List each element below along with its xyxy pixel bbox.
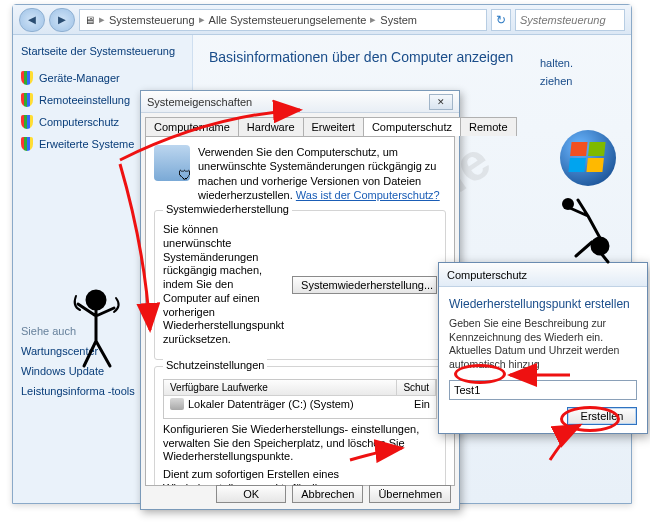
- restore-point-dialog: Computerschutz Wiederherstellungspunkt e…: [438, 262, 648, 434]
- breadcrumb-item[interactable]: System: [380, 14, 417, 26]
- dialog-heading: Wiederherstellungspunkt erstellen: [449, 297, 637, 311]
- tab-panel: Verwenden Sie den Computerschutz, um une…: [145, 136, 455, 486]
- breadcrumb-item[interactable]: Systemsteuerung: [109, 14, 195, 26]
- toolbar: ◄ ► 🖥 ▸ Systemsteuerung ▸ Alle Systemste…: [13, 5, 631, 35]
- shield-icon: [21, 115, 33, 129]
- svg-point-0: [87, 291, 105, 309]
- tab-hardware[interactable]: Hardware: [238, 117, 304, 136]
- group-settings: Schutzeinstellungen Verfügbare Laufwerke…: [154, 366, 446, 486]
- back-button[interactable]: ◄: [19, 8, 45, 32]
- sidebar-title: Startseite der Systemsteuerung: [21, 45, 184, 57]
- config-text: Konfigurieren Sie Wiederherstellungs- ei…: [163, 423, 437, 464]
- breadcrumb[interactable]: 🖥 ▸ Systemsteuerung ▸ Alle Systemsteueru…: [79, 9, 487, 31]
- search-input[interactable]: [515, 9, 625, 31]
- dialog-titlebar: Systemeigenschaften ✕: [141, 91, 459, 113]
- right-link-column: halten. ziehen: [540, 54, 630, 90]
- group-restore: Systemwiederherstellung Sie können unerw…: [154, 210, 446, 360]
- restore-text: Sie können unerwünschte Systemänderungen…: [163, 223, 284, 347]
- cancel-button[interactable]: Abbrechen: [292, 485, 363, 503]
- system-properties-dialog: Systemeigenschaften ✕ Computername Hardw…: [140, 90, 460, 510]
- tab-remote[interactable]: Remote: [460, 117, 517, 136]
- intro-text: Verwenden Sie den Computerschutz, um une…: [198, 145, 446, 202]
- drive-icon: [170, 398, 184, 410]
- sidebar-item-device-manager[interactable]: Geräte-Manager: [21, 67, 184, 89]
- right-link[interactable]: ziehen: [540, 72, 630, 90]
- create-button[interactable]: Erstellen: [567, 407, 637, 425]
- windows-logo: [560, 130, 616, 186]
- ok-button[interactable]: OK: [216, 485, 286, 503]
- create-text: Dient zum sofortigen Erstellen eines Wie…: [163, 468, 359, 486]
- stick-figure-icon: [66, 286, 126, 376]
- dialog-title: Computerschutz: [447, 269, 527, 281]
- tab-bar: Computername Hardware Erweitert Computer…: [141, 113, 459, 136]
- drive-list[interactable]: Verfügbare Laufwerke Schut Lokaler Daten…: [163, 379, 437, 419]
- tab-computername[interactable]: Computername: [145, 117, 239, 136]
- tab-computerschutz[interactable]: Computerschutz: [363, 117, 461, 136]
- svg-point-2: [562, 198, 574, 210]
- breadcrumb-item[interactable]: Alle Systemsteuerungselemente: [209, 14, 367, 26]
- apply-button[interactable]: Übernehmen: [369, 485, 451, 503]
- shield-monitor-icon: [154, 145, 190, 181]
- drive-row[interactable]: Lokaler Datenträger (C:) (System) Ein: [164, 396, 436, 412]
- tab-erweitert[interactable]: Erweitert: [303, 117, 364, 136]
- stick-figure-kick-icon: [558, 196, 618, 276]
- shield-icon: [21, 93, 33, 107]
- forward-button[interactable]: ►: [49, 8, 75, 32]
- close-button[interactable]: ✕: [429, 94, 453, 110]
- shield-icon: [21, 137, 33, 151]
- right-link[interactable]: halten.: [540, 54, 630, 72]
- shield-icon: [21, 71, 33, 85]
- system-restore-button[interactable]: Systemwiederherstellung...: [292, 276, 437, 294]
- dialog-footer: OK Abbrechen Übernehmen: [216, 485, 451, 503]
- restore-point-name-input[interactable]: [449, 380, 637, 400]
- refresh-button[interactable]: ↻: [491, 9, 511, 31]
- dialog-desc: Geben Sie eine Beschreibung zur Kennzeic…: [449, 317, 637, 372]
- dialog-title: Systemeigenschaften: [147, 96, 252, 108]
- what-is-link[interactable]: Was ist der Computerschutz?: [296, 189, 440, 201]
